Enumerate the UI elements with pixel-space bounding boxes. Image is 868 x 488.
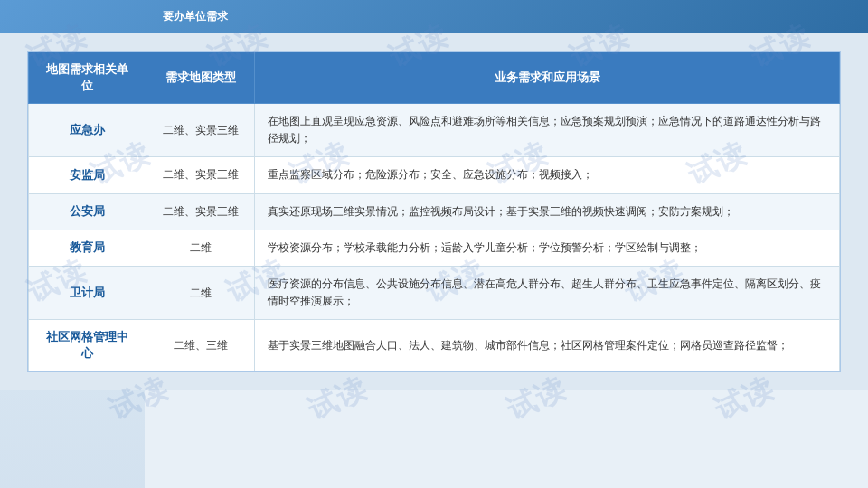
table-row: 教育局二维学校资源分布；学校承载能力分析；适龄入学儿童分析；学位预警分析；学区绘… [29, 230, 840, 266]
data-table-wrapper: 地图需求相关单位 需求地图类型 业务需求和应用场景 应急办二维、实景三维在地图上… [27, 51, 841, 372]
col-header-description: 业务需求和应用场景 [255, 52, 840, 104]
col-header-unit: 地图需求相关单位 [29, 52, 146, 104]
cell-description: 学校资源分布；学校承载能力分析；适龄入学儿童分析；学位预警分析；学区绘制与调整； [255, 230, 840, 266]
table-header-row: 地图需求相关单位 需求地图类型 业务需求和应用场景 [29, 52, 840, 104]
top-header-bar: 要办单位需求 [0, 0, 868, 33]
table-row: 卫计局二维医疗资源的分布信息、公共设施分布信息、潜在高危人群分布、超生人群分布、… [29, 266, 840, 319]
table-row: 公安局二维、实景三维真实还原现场三维实景情况；监控视频布局设计；基于实景三维的视… [29, 193, 840, 230]
col-header-map-type: 需求地图类型 [146, 52, 255, 104]
section-title: 要办单位需求 [163, 9, 228, 24]
cell-map-type: 二维、实景三维 [146, 104, 255, 157]
cell-description: 重点监察区域分布；危险源分布；安全、应急设施分布；视频接入； [255, 157, 840, 193]
cell-description: 真实还原现场三维实景情况；监控视频布局设计；基于实景三维的视频快速调阅；安防方案… [255, 193, 840, 230]
table-row: 社区网格管理中心二维、三维基于实景三维地图融合人口、法人、建筑物、城市部件信息；… [29, 320, 840, 371]
cell-unit: 教育局 [29, 230, 146, 266]
cell-description: 在地图上直观呈现应急资源、风险点和避难场所等相关信息；应急预案规划预演；应急情况… [255, 104, 840, 157]
cell-unit: 应急办 [29, 104, 146, 157]
cell-map-type: 二维、实景三维 [146, 157, 255, 193]
cell-description: 基于实景三维地图融合人口、法人、建筑物、城市部件信息；社区网格管理案件定位；网格… [255, 320, 840, 371]
cell-description: 医疗资源的分布信息、公共设施分布信息、潜在高危人群分布、超生人群分布、卫生应急事… [255, 266, 840, 319]
table-row: 安监局二维、实景三维重点监察区域分布；危险源分布；安全、应急设施分布；视频接入； [29, 157, 840, 193]
cell-map-type: 二维 [146, 266, 255, 319]
cell-unit: 社区网格管理中心 [29, 320, 146, 371]
cell-map-type: 二维 [146, 230, 255, 266]
table-row: 应急办二维、实景三维在地图上直观呈现应急资源、风险点和避难场所等相关信息；应急预… [29, 104, 840, 157]
cell-map-type: 二维、实景三维 [146, 193, 255, 230]
requirements-table: 地图需求相关单位 需求地图类型 业务需求和应用场景 应急办二维、实景三维在地图上… [28, 52, 840, 371]
cell-map-type: 二维、三维 [146, 320, 255, 371]
cell-unit: 卫计局 [29, 266, 146, 319]
cell-unit: 安监局 [29, 157, 146, 193]
cell-unit: 公安局 [29, 193, 146, 230]
main-content-area: 地图需求相关单位 需求地图类型 业务需求和应用场景 应急办二维、实景三维在地图上… [0, 33, 868, 390]
